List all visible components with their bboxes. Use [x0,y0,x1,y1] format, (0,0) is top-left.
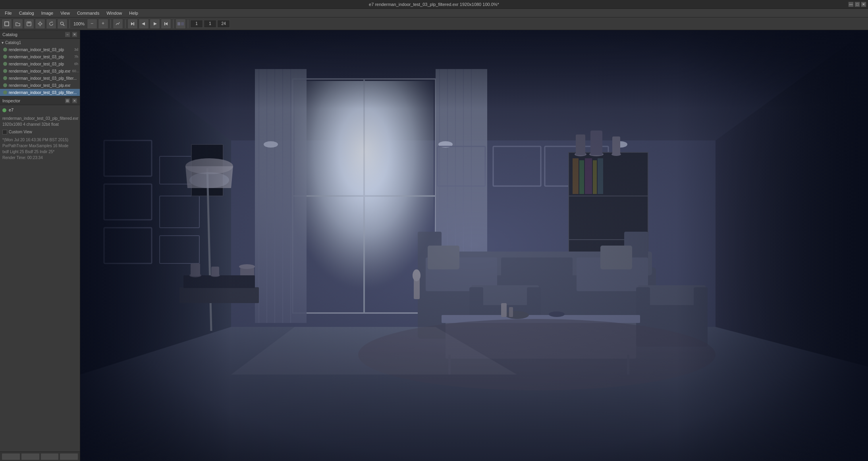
tool-zoom-minus[interactable]: − [87,19,97,29]
tool-new[interactable] [2,19,12,29]
catalog-group-name: Catalog1 [5,40,21,45]
catalog-item-0[interactable]: renderman_indoor_test_03_plp 3d [0,46,80,53]
svg-line-5 [63,25,64,26]
catalog-close-btn[interactable]: ✕ [72,32,77,37]
tool-play-back[interactable] [139,19,149,29]
menu-bar: File Catalog Image View Commands Window … [0,9,868,17]
svg-rect-112 [80,30,868,109]
inspector-resolution: 1920x1080 4 channel 32bit float [2,121,77,127]
catalog-item-6[interactable]: renderman_indoor_test_03_plp_filter... [0,89,80,96]
inspector-filename: renderman_indoor_test_03_plp_filtered.ex… [2,115,77,121]
inspector-content: e7 renderman_indoor_test_03_plp_filtered… [0,105,80,162]
panel-bottom-btn-2[interactable] [21,453,40,460]
tool-save[interactable] [24,19,34,29]
catalog-panel: Catalog − ✕ ▾ Catalog1 renderman_indoor_… [0,30,80,96]
item-name-5: renderman_indoor_test_03_plp.exr [9,83,71,88]
separator-3 [125,19,125,28]
title-bar: e7 renderman_indoor_test_03_plp_filtered… [0,0,868,9]
svg-marker-8 [133,22,134,25]
tool-play-forward[interactable] [150,19,160,29]
item-name-4: renderman_indoor_test_03_plp_filter... [9,76,77,81]
main-layout: Catalog − ✕ ▾ Catalog1 renderman_indoor_… [0,30,868,461]
menu-commands[interactable]: Commands [74,10,102,16]
item-icon-6 [3,90,7,94]
frame-current-input[interactable] [190,20,203,28]
menu-window[interactable]: Window [103,10,125,16]
separator-2 [110,19,111,28]
item-time-2: 6h [74,62,78,66]
tool-open[interactable] [13,19,23,29]
panel-bottom-toolbar [0,451,80,461]
item-time-1: 7h [74,55,78,59]
custom-view-checkbox[interactable] [2,130,7,134]
catalog-header-controls: − ✕ [65,32,77,37]
panel-bottom-btn-3[interactable] [41,453,59,460]
catalog-item-1[interactable]: renderman_indoor_test_03_plp 7h [0,53,80,60]
catalog-minimize-btn[interactable]: − [65,32,70,37]
svg-marker-11 [154,22,157,25]
minimize-button[interactable]: — [848,2,854,7]
inspector-meta: *(Mon Jul 20 16:43:36 PM BST 2015) PxrPa… [2,137,77,161]
toolbar: 100% − + [0,17,868,30]
inspector-close-btn[interactable]: ✕ [72,98,77,104]
frame-total-input[interactable] [204,20,216,28]
svg-marker-9 [131,22,133,25]
zoom-label: 100% [72,21,86,26]
catalog-header: Catalog − ✕ [0,30,80,39]
panel-bottom-btn-4[interactable] [60,453,78,460]
inspector-custom-view-row: Custom View [2,129,77,135]
catalog-item-2[interactable]: renderman_indoor_test_03_plp 6h [0,60,80,67]
render-canvas [80,30,868,461]
window-controls: — □ ✕ [848,2,866,7]
svg-text:−: − [91,21,93,26]
panel-bottom-btn-1[interactable] [2,453,20,460]
menu-catalog[interactable]: Catalog [16,10,37,16]
scene-svg [80,30,868,461]
menu-image[interactable]: Image [38,10,57,16]
svg-rect-14 [177,22,180,25]
inspector-btn-1[interactable]: ⊞ [65,98,70,104]
catalog-item-5[interactable]: renderman_indoor_test_03_plp.exr [0,82,80,89]
inspector-spacer [0,162,80,451]
svg-point-4 [61,22,64,25]
item-name-3: renderman_indoor_test_03_plp.exr [9,69,71,73]
svg-marker-12 [164,22,165,25]
menu-view[interactable]: View [57,10,73,16]
separator-1 [69,19,70,28]
inspector-header: Inspector ⊞ ✕ [0,96,80,105]
inspector-panel: Inspector ⊞ ✕ e7 renderman_indoor_test_0… [0,96,80,461]
tool-settings[interactable] [35,19,45,29]
item-icon-5 [3,83,7,87]
catalog-item-3[interactable]: renderman_indoor_test_03_plp.exr 60... [0,67,80,75]
tool-refresh[interactable] [46,19,56,29]
frame-end-input[interactable] [217,20,230,28]
svg-rect-15 [181,22,184,25]
close-button[interactable]: ✕ [861,2,866,7]
tool-zoom[interactable] [57,19,68,29]
inspector-node-name: e7 [9,107,14,113]
item-icon-4 [3,76,7,80]
catalog-item-4[interactable]: renderman_indoor_test_03_plp_filter... [0,75,80,82]
tool-lut[interactable] [113,19,123,29]
expand-icon: ▾ [2,40,4,45]
svg-text:+: + [102,21,104,26]
tool-compare[interactable] [176,19,186,29]
tool-zoom-plus[interactable]: + [98,19,108,29]
svg-marker-10 [142,22,145,25]
maximize-button[interactable]: □ [854,2,860,7]
render-view[interactable] [80,30,868,461]
catalog-group: ▾ Catalog1 [0,39,80,46]
svg-rect-2 [28,22,30,23]
tool-frame-start[interactable] [127,19,138,29]
item-name-2: renderman_indoor_test_03_plp [9,62,64,66]
menu-help[interactable]: Help [126,10,141,16]
menu-file[interactable]: File [2,10,15,16]
catalog-title: Catalog [2,32,17,37]
tool-frame-end[interactable] [161,19,171,29]
inspector-node-row: e7 [2,107,77,114]
svg-rect-0 [5,22,9,26]
separator-4 [173,19,174,28]
separator-5 [188,19,188,28]
inspector-title: Inspector [2,98,20,103]
left-panel: Catalog − ✕ ▾ Catalog1 renderman_indoor_… [0,30,80,461]
